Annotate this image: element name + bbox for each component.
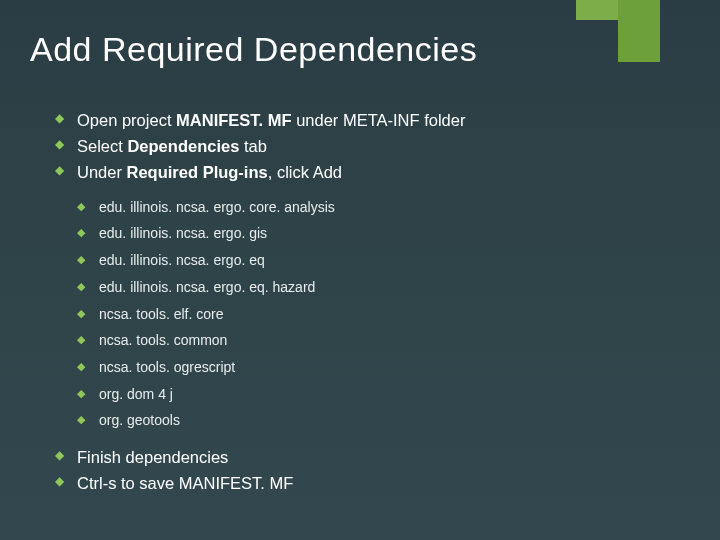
- main-bullet-list: Open project MANIFEST. MF under META-INF…: [55, 109, 690, 496]
- bullet-text: Ctrl-s to save MANIFEST. MF: [77, 474, 293, 492]
- sub-bullet-item: ncsa. tools. ogrescript: [77, 357, 690, 379]
- bullet-text: under META-INF folder: [296, 111, 465, 129]
- bullet-text: , click Add: [268, 163, 342, 181]
- sub-bullet-item: org. geotools: [77, 410, 690, 432]
- sub-bullet-item: ncsa. tools. elf. core: [77, 304, 690, 326]
- sub-bullet-item: ncsa. tools. common: [77, 330, 690, 352]
- sub-bullet-item: edu. illinois. ncsa. ergo. eq. hazard: [77, 277, 690, 299]
- bullet-item: Open project MANIFEST. MF under META-INF…: [55, 109, 690, 133]
- bullet-bold: Required Plug-ins: [127, 163, 268, 181]
- sub-bullet-item: edu. illinois. ncsa. ergo. gis: [77, 223, 690, 245]
- bullet-text: Finish dependencies: [77, 448, 228, 466]
- bullet-bold: Dependencies: [127, 137, 243, 155]
- bullet-text: Under: [77, 163, 127, 181]
- bullet-item: Finish dependencies: [55, 446, 690, 470]
- slide-content: Open project MANIFEST. MF under META-INF…: [0, 69, 720, 496]
- bullet-bold: MANIFEST. MF: [176, 111, 296, 129]
- bullet-text: Select: [77, 137, 127, 155]
- bullet-text: Open project: [77, 111, 176, 129]
- sub-bullet-item: edu. illinois. ncsa. ergo. core. analysi…: [77, 197, 690, 219]
- sub-bullet-item: edu. illinois. ncsa. ergo. eq: [77, 250, 690, 272]
- bullet-item: Select Dependencies tab: [55, 135, 690, 159]
- sub-bullet-item: org. dom 4 j: [77, 384, 690, 406]
- bullet-text: tab: [244, 137, 267, 155]
- sub-bullet-list: edu. illinois. ncsa. ergo. core. analysi…: [77, 197, 690, 432]
- bullet-item: Ctrl-s to save MANIFEST. MF: [55, 472, 690, 496]
- bullet-item: Under Required Plug-ins, click Add edu. …: [55, 161, 690, 432]
- accent-decoration: [618, 0, 660, 62]
